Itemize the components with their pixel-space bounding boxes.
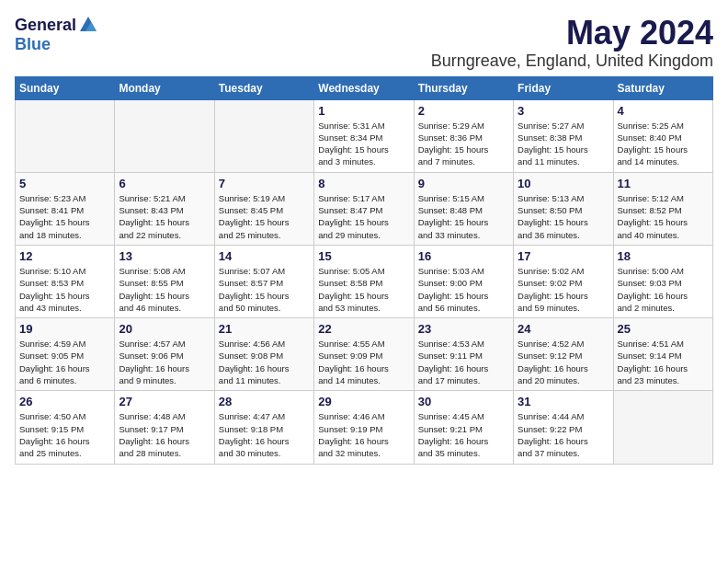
calendar-cell: 22Sunrise: 4:55 AM Sunset: 9:09 PM Dayli… (314, 318, 414, 391)
day-number: 11 (618, 177, 709, 190)
title-block: May 2024 Burngreave, England, United Kin… (431, 15, 713, 71)
calendar-table: SundayMondayTuesdayWednesdayThursdayFrid… (15, 76, 713, 465)
day-info: Sunrise: 4:47 AM Sunset: 9:18 PM Dayligh… (219, 410, 310, 459)
day-number: 8 (318, 177, 409, 190)
day-info: Sunrise: 4:59 AM Sunset: 9:05 PM Dayligh… (19, 338, 110, 386)
calendar-cell: 31Sunrise: 4:44 AM Sunset: 9:22 PM Dayli… (514, 391, 613, 464)
calendar-cell: 12Sunrise: 5:10 AM Sunset: 8:53 PM Dayli… (16, 245, 115, 317)
day-info: Sunrise: 4:48 AM Sunset: 9:17 PM Dayligh… (119, 410, 210, 459)
day-info: Sunrise: 4:53 AM Sunset: 9:11 PM Dayligh… (418, 338, 509, 386)
day-info: Sunrise: 5:21 AM Sunset: 8:43 PM Dayligh… (119, 192, 210, 241)
day-info: Sunrise: 4:51 AM Sunset: 9:14 PM Dayligh… (618, 338, 709, 386)
calendar-cell: 14Sunrise: 5:07 AM Sunset: 8:57 PM Dayli… (214, 245, 313, 317)
day-number: 6 (119, 177, 210, 190)
day-number: 28 (219, 395, 310, 408)
calendar-cell: 26Sunrise: 4:50 AM Sunset: 9:15 PM Dayli… (16, 391, 115, 464)
day-info: Sunrise: 4:57 AM Sunset: 9:06 PM Dayligh… (119, 338, 210, 386)
day-number: 16 (418, 249, 509, 263)
calendar-subtitle: Burngreave, England, United Kingdom (431, 52, 713, 71)
day-info: Sunrise: 5:31 AM Sunset: 8:34 PM Dayligh… (318, 120, 409, 168)
calendar-cell: 30Sunrise: 4:45 AM Sunset: 9:21 PM Dayli… (414, 391, 513, 464)
day-number: 2 (418, 104, 509, 118)
calendar-cell: 27Sunrise: 4:48 AM Sunset: 9:17 PM Dayli… (115, 391, 214, 464)
day-number: 18 (618, 249, 709, 263)
logo-icon (78, 15, 98, 35)
calendar-cell: 19Sunrise: 4:59 AM Sunset: 9:05 PM Dayli… (16, 318, 115, 391)
calendar-cell: 8Sunrise: 5:17 AM Sunset: 8:47 PM Daylig… (314, 172, 414, 245)
day-number: 22 (318, 322, 409, 336)
calendar-cell: 4Sunrise: 5:25 AM Sunset: 8:40 PM Daylig… (613, 99, 712, 172)
day-info: Sunrise: 5:23 AM Sunset: 8:41 PM Dayligh… (19, 192, 110, 241)
calendar-cell: 16Sunrise: 5:03 AM Sunset: 9:00 PM Dayli… (414, 245, 513, 317)
day-number: 13 (119, 249, 210, 263)
logo: General Blue (15, 15, 98, 54)
day-info: Sunrise: 5:00 AM Sunset: 9:03 PM Dayligh… (618, 265, 709, 314)
weekday-header-sunday: Sunday (16, 76, 115, 99)
calendar-cell (214, 99, 313, 172)
day-info: Sunrise: 5:07 AM Sunset: 8:57 PM Dayligh… (219, 265, 310, 314)
day-number: 4 (618, 104, 709, 118)
day-number: 30 (418, 395, 509, 408)
calendar-cell: 2Sunrise: 5:29 AM Sunset: 8:36 PM Daylig… (414, 99, 513, 172)
day-number: 17 (518, 249, 609, 263)
logo-blue-text: Blue (15, 35, 51, 53)
day-number: 27 (119, 395, 210, 408)
day-info: Sunrise: 5:02 AM Sunset: 9:02 PM Dayligh… (518, 265, 609, 314)
calendar-title: May 2024 (431, 15, 713, 52)
day-number: 31 (518, 395, 609, 408)
calendar-cell: 1Sunrise: 5:31 AM Sunset: 8:34 PM Daylig… (314, 99, 414, 172)
calendar-cell: 15Sunrise: 5:05 AM Sunset: 8:58 PM Dayli… (314, 245, 414, 317)
day-number: 15 (318, 249, 409, 263)
weekday-header-row: SundayMondayTuesdayWednesdayThursdayFrid… (16, 76, 713, 99)
calendar-cell: 21Sunrise: 4:56 AM Sunset: 9:08 PM Dayli… (214, 318, 313, 391)
day-number: 23 (418, 322, 509, 336)
day-info: Sunrise: 5:08 AM Sunset: 8:55 PM Dayligh… (119, 265, 210, 314)
day-number: 14 (219, 249, 310, 263)
page-header: General Blue May 2024 Burngreave, Englan… (15, 15, 713, 71)
weekday-header-wednesday: Wednesday (314, 76, 414, 99)
day-info: Sunrise: 5:12 AM Sunset: 8:52 PM Dayligh… (618, 192, 709, 241)
calendar-cell: 10Sunrise: 5:13 AM Sunset: 8:50 PM Dayli… (514, 172, 613, 245)
day-number: 25 (618, 322, 709, 336)
calendar-cell: 3Sunrise: 5:27 AM Sunset: 8:38 PM Daylig… (514, 99, 613, 172)
calendar-cell: 28Sunrise: 4:47 AM Sunset: 9:18 PM Dayli… (214, 391, 313, 464)
day-info: Sunrise: 5:13 AM Sunset: 8:50 PM Dayligh… (518, 192, 609, 241)
weekday-header-monday: Monday (115, 76, 214, 99)
calendar-cell: 29Sunrise: 4:46 AM Sunset: 9:19 PM Dayli… (314, 391, 414, 464)
day-number: 19 (19, 322, 110, 336)
calendar-cell (115, 99, 214, 172)
calendar-cell: 6Sunrise: 5:21 AM Sunset: 8:43 PM Daylig… (115, 172, 214, 245)
weekday-header-saturday: Saturday (613, 76, 712, 99)
day-info: Sunrise: 4:46 AM Sunset: 9:19 PM Dayligh… (318, 410, 409, 459)
week-row-1: 1Sunrise: 5:31 AM Sunset: 8:34 PM Daylig… (16, 99, 713, 172)
day-number: 7 (219, 177, 310, 190)
day-number: 3 (518, 104, 609, 118)
calendar-cell: 18Sunrise: 5:00 AM Sunset: 9:03 PM Dayli… (613, 245, 712, 317)
week-row-4: 19Sunrise: 4:59 AM Sunset: 9:05 PM Dayli… (16, 318, 713, 391)
week-row-3: 12Sunrise: 5:10 AM Sunset: 8:53 PM Dayli… (16, 245, 713, 317)
week-row-5: 26Sunrise: 4:50 AM Sunset: 9:15 PM Dayli… (16, 391, 713, 464)
calendar-cell (613, 391, 712, 464)
week-row-2: 5Sunrise: 5:23 AM Sunset: 8:41 PM Daylig… (16, 172, 713, 245)
day-number: 5 (19, 177, 110, 190)
day-info: Sunrise: 4:44 AM Sunset: 9:22 PM Dayligh… (518, 410, 609, 459)
calendar-cell: 11Sunrise: 5:12 AM Sunset: 8:52 PM Dayli… (613, 172, 712, 245)
calendar-cell: 7Sunrise: 5:19 AM Sunset: 8:45 PM Daylig… (214, 172, 313, 245)
day-info: Sunrise: 5:03 AM Sunset: 9:00 PM Dayligh… (418, 265, 509, 314)
day-info: Sunrise: 5:15 AM Sunset: 8:48 PM Dayligh… (418, 192, 509, 241)
day-info: Sunrise: 4:55 AM Sunset: 9:09 PM Dayligh… (318, 338, 409, 386)
calendar-cell: 9Sunrise: 5:15 AM Sunset: 8:48 PM Daylig… (414, 172, 513, 245)
day-number: 26 (19, 395, 110, 408)
day-number: 1 (318, 104, 409, 118)
logo-general-text: General (15, 16, 76, 35)
day-info: Sunrise: 5:05 AM Sunset: 8:58 PM Dayligh… (318, 265, 409, 314)
day-info: Sunrise: 5:27 AM Sunset: 8:38 PM Dayligh… (518, 120, 609, 168)
day-info: Sunrise: 5:17 AM Sunset: 8:47 PM Dayligh… (318, 192, 409, 241)
day-number: 29 (318, 395, 409, 408)
day-info: Sunrise: 5:10 AM Sunset: 8:53 PM Dayligh… (19, 265, 110, 314)
weekday-header-tuesday: Tuesday (214, 76, 313, 99)
day-number: 10 (518, 177, 609, 190)
day-info: Sunrise: 4:45 AM Sunset: 9:21 PM Dayligh… (418, 410, 509, 459)
weekday-header-thursday: Thursday (414, 76, 513, 99)
day-number: 24 (518, 322, 609, 336)
